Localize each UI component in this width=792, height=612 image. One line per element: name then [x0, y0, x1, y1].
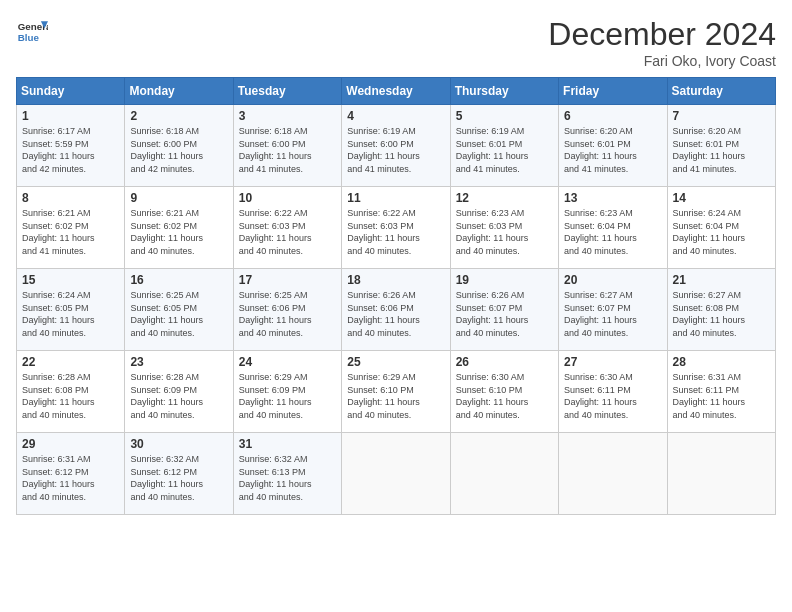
calendar-week-row: 1Sunrise: 6:17 AM Sunset: 5:59 PM Daylig… — [17, 105, 776, 187]
col-header-sunday: Sunday — [17, 78, 125, 105]
day-number: 24 — [239, 355, 336, 369]
calendar-cell: 6Sunrise: 6:20 AM Sunset: 6:01 PM Daylig… — [559, 105, 667, 187]
day-info: Sunrise: 6:31 AM Sunset: 6:12 PM Dayligh… — [22, 453, 119, 503]
day-number: 12 — [456, 191, 553, 205]
col-header-friday: Friday — [559, 78, 667, 105]
day-number: 27 — [564, 355, 661, 369]
day-number: 14 — [673, 191, 770, 205]
calendar-cell: 17Sunrise: 6:25 AM Sunset: 6:06 PM Dayli… — [233, 269, 341, 351]
day-info: Sunrise: 6:29 AM Sunset: 6:09 PM Dayligh… — [239, 371, 336, 421]
day-number: 13 — [564, 191, 661, 205]
calendar-week-row: 29Sunrise: 6:31 AM Sunset: 6:12 PM Dayli… — [17, 433, 776, 515]
day-number: 31 — [239, 437, 336, 451]
day-info: Sunrise: 6:26 AM Sunset: 6:07 PM Dayligh… — [456, 289, 553, 339]
col-header-tuesday: Tuesday — [233, 78, 341, 105]
day-info: Sunrise: 6:28 AM Sunset: 6:08 PM Dayligh… — [22, 371, 119, 421]
calendar-cell: 16Sunrise: 6:25 AM Sunset: 6:05 PM Dayli… — [125, 269, 233, 351]
calendar-cell: 1Sunrise: 6:17 AM Sunset: 5:59 PM Daylig… — [17, 105, 125, 187]
calendar-cell: 18Sunrise: 6:26 AM Sunset: 6:06 PM Dayli… — [342, 269, 450, 351]
day-info: Sunrise: 6:23 AM Sunset: 6:04 PM Dayligh… — [564, 207, 661, 257]
day-info: Sunrise: 6:27 AM Sunset: 6:07 PM Dayligh… — [564, 289, 661, 339]
calendar-cell: 21Sunrise: 6:27 AM Sunset: 6:08 PM Dayli… — [667, 269, 775, 351]
day-info: Sunrise: 6:24 AM Sunset: 6:05 PM Dayligh… — [22, 289, 119, 339]
day-info: Sunrise: 6:21 AM Sunset: 6:02 PM Dayligh… — [130, 207, 227, 257]
day-info: Sunrise: 6:19 AM Sunset: 6:01 PM Dayligh… — [456, 125, 553, 175]
calendar-cell: 28Sunrise: 6:31 AM Sunset: 6:11 PM Dayli… — [667, 351, 775, 433]
day-number: 26 — [456, 355, 553, 369]
calendar-cell: 8Sunrise: 6:21 AM Sunset: 6:02 PM Daylig… — [17, 187, 125, 269]
day-number: 23 — [130, 355, 227, 369]
day-info: Sunrise: 6:25 AM Sunset: 6:05 PM Dayligh… — [130, 289, 227, 339]
calendar-cell: 4Sunrise: 6:19 AM Sunset: 6:00 PM Daylig… — [342, 105, 450, 187]
location: Fari Oko, Ivory Coast — [548, 53, 776, 69]
day-number: 6 — [564, 109, 661, 123]
day-number: 28 — [673, 355, 770, 369]
calendar-cell: 29Sunrise: 6:31 AM Sunset: 6:12 PM Dayli… — [17, 433, 125, 515]
day-info: Sunrise: 6:27 AM Sunset: 6:08 PM Dayligh… — [673, 289, 770, 339]
day-number: 30 — [130, 437, 227, 451]
col-header-monday: Monday — [125, 78, 233, 105]
day-number: 21 — [673, 273, 770, 287]
day-number: 15 — [22, 273, 119, 287]
calendar-week-row: 22Sunrise: 6:28 AM Sunset: 6:08 PM Dayli… — [17, 351, 776, 433]
calendar-cell: 7Sunrise: 6:20 AM Sunset: 6:01 PM Daylig… — [667, 105, 775, 187]
day-info: Sunrise: 6:22 AM Sunset: 6:03 PM Dayligh… — [239, 207, 336, 257]
page-header: General Blue December 2024 Fari Oko, Ivo… — [16, 16, 776, 69]
day-info: Sunrise: 6:26 AM Sunset: 6:06 PM Dayligh… — [347, 289, 444, 339]
day-number: 9 — [130, 191, 227, 205]
calendar-cell — [342, 433, 450, 515]
calendar-cell: 13Sunrise: 6:23 AM Sunset: 6:04 PM Dayli… — [559, 187, 667, 269]
calendar-cell: 23Sunrise: 6:28 AM Sunset: 6:09 PM Dayli… — [125, 351, 233, 433]
calendar-cell: 22Sunrise: 6:28 AM Sunset: 6:08 PM Dayli… — [17, 351, 125, 433]
day-info: Sunrise: 6:21 AM Sunset: 6:02 PM Dayligh… — [22, 207, 119, 257]
calendar-cell — [559, 433, 667, 515]
day-number: 22 — [22, 355, 119, 369]
calendar-cell: 26Sunrise: 6:30 AM Sunset: 6:10 PM Dayli… — [450, 351, 558, 433]
day-number: 5 — [456, 109, 553, 123]
day-info: Sunrise: 6:23 AM Sunset: 6:03 PM Dayligh… — [456, 207, 553, 257]
day-info: Sunrise: 6:22 AM Sunset: 6:03 PM Dayligh… — [347, 207, 444, 257]
calendar-cell: 10Sunrise: 6:22 AM Sunset: 6:03 PM Dayli… — [233, 187, 341, 269]
svg-text:Blue: Blue — [18, 32, 40, 43]
calendar-cell: 5Sunrise: 6:19 AM Sunset: 6:01 PM Daylig… — [450, 105, 558, 187]
calendar-cell: 14Sunrise: 6:24 AM Sunset: 6:04 PM Dayli… — [667, 187, 775, 269]
logo-icon: General Blue — [16, 16, 48, 48]
day-info: Sunrise: 6:30 AM Sunset: 6:10 PM Dayligh… — [456, 371, 553, 421]
day-info: Sunrise: 6:19 AM Sunset: 6:00 PM Dayligh… — [347, 125, 444, 175]
calendar-cell: 12Sunrise: 6:23 AM Sunset: 6:03 PM Dayli… — [450, 187, 558, 269]
col-header-thursday: Thursday — [450, 78, 558, 105]
calendar-cell: 27Sunrise: 6:30 AM Sunset: 6:11 PM Dayli… — [559, 351, 667, 433]
title-block: December 2024 Fari Oko, Ivory Coast — [548, 16, 776, 69]
day-number: 29 — [22, 437, 119, 451]
day-number: 1 — [22, 109, 119, 123]
day-number: 19 — [456, 273, 553, 287]
day-info: Sunrise: 6:20 AM Sunset: 6:01 PM Dayligh… — [564, 125, 661, 175]
calendar-cell: 19Sunrise: 6:26 AM Sunset: 6:07 PM Dayli… — [450, 269, 558, 351]
calendar-table: SundayMondayTuesdayWednesdayThursdayFrid… — [16, 77, 776, 515]
day-info: Sunrise: 6:17 AM Sunset: 5:59 PM Dayligh… — [22, 125, 119, 175]
day-number: 17 — [239, 273, 336, 287]
calendar-cell — [450, 433, 558, 515]
day-info: Sunrise: 6:20 AM Sunset: 6:01 PM Dayligh… — [673, 125, 770, 175]
calendar-cell: 30Sunrise: 6:32 AM Sunset: 6:12 PM Dayli… — [125, 433, 233, 515]
calendar-cell: 20Sunrise: 6:27 AM Sunset: 6:07 PM Dayli… — [559, 269, 667, 351]
logo: General Blue — [16, 16, 48, 48]
day-number: 11 — [347, 191, 444, 205]
day-info: Sunrise: 6:32 AM Sunset: 6:13 PM Dayligh… — [239, 453, 336, 503]
calendar-week-row: 15Sunrise: 6:24 AM Sunset: 6:05 PM Dayli… — [17, 269, 776, 351]
calendar-header-row: SundayMondayTuesdayWednesdayThursdayFrid… — [17, 78, 776, 105]
calendar-cell: 11Sunrise: 6:22 AM Sunset: 6:03 PM Dayli… — [342, 187, 450, 269]
day-info: Sunrise: 6:29 AM Sunset: 6:10 PM Dayligh… — [347, 371, 444, 421]
day-number: 20 — [564, 273, 661, 287]
day-number: 4 — [347, 109, 444, 123]
calendar-cell: 2Sunrise: 6:18 AM Sunset: 6:00 PM Daylig… — [125, 105, 233, 187]
calendar-cell: 24Sunrise: 6:29 AM Sunset: 6:09 PM Dayli… — [233, 351, 341, 433]
day-number: 10 — [239, 191, 336, 205]
day-number: 25 — [347, 355, 444, 369]
col-header-wednesday: Wednesday — [342, 78, 450, 105]
calendar-week-row: 8Sunrise: 6:21 AM Sunset: 6:02 PM Daylig… — [17, 187, 776, 269]
day-info: Sunrise: 6:31 AM Sunset: 6:11 PM Dayligh… — [673, 371, 770, 421]
day-info: Sunrise: 6:18 AM Sunset: 6:00 PM Dayligh… — [130, 125, 227, 175]
month-title: December 2024 — [548, 16, 776, 53]
calendar-cell: 15Sunrise: 6:24 AM Sunset: 6:05 PM Dayli… — [17, 269, 125, 351]
